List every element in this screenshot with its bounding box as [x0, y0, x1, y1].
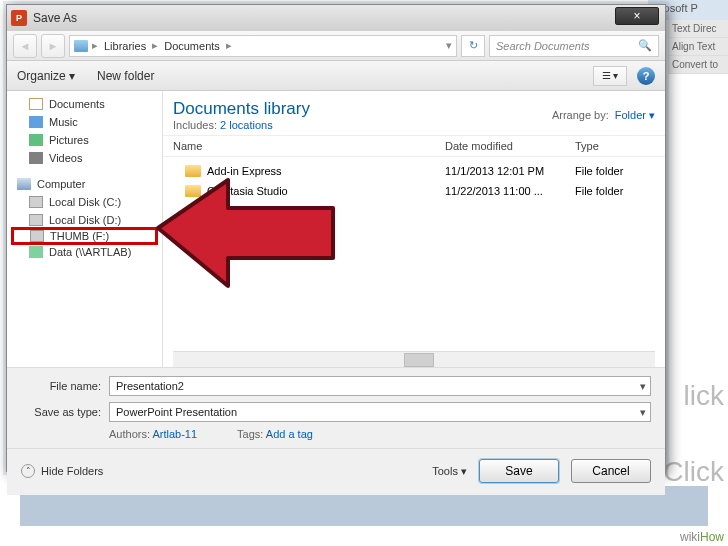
dialog-footer: ˄ Hide Folders Tools ▾ Save Cancel: [7, 448, 665, 495]
tree-item-network-data[interactable]: Data (\\ARTLAB): [7, 243, 162, 261]
breadcrumb-segment[interactable]: Documents: [162, 40, 222, 52]
tree-label: Documents: [49, 98, 105, 110]
library-title: Documents library: [173, 99, 552, 119]
file-type: File folder: [575, 185, 655, 197]
file-name-label: File name:: [21, 380, 101, 392]
tree-label: Pictures: [49, 134, 89, 146]
view-options-button[interactable]: ☰ ▾: [593, 66, 627, 86]
bg-side-item: Text Direc: [668, 20, 728, 38]
dialog-title: Save As: [33, 11, 77, 25]
videos-icon: [29, 152, 43, 164]
new-folder-button[interactable]: New folder: [97, 69, 154, 83]
library-subtitle: Includes: 2 locations: [173, 119, 552, 131]
col-name[interactable]: Name: [173, 140, 445, 152]
tree-label: Videos: [49, 152, 82, 164]
chevron-right-icon: ▸: [152, 39, 158, 52]
arrange-by: Arrange by: Folder ▾: [552, 99, 655, 131]
search-placeholder: Search Documents: [496, 40, 590, 52]
back-button[interactable]: ◄: [13, 34, 37, 58]
tree-label: Data (\\ARTLAB): [49, 246, 131, 258]
column-headers: Name Date modified Type: [163, 135, 665, 157]
save-fields: File name: Presentation2▾ Save as type: …: [7, 367, 665, 448]
file-row[interactable]: Camtasia Studio 11/22/2013 11:00 ... Fil…: [163, 181, 665, 201]
chevron-right-icon: ▸: [226, 39, 232, 52]
file-row[interactable]: Add-in Express 11/1/2013 12:01 PM File f…: [163, 161, 665, 181]
col-type[interactable]: Type: [575, 140, 655, 152]
tree-label: Local Disk (D:): [49, 214, 121, 226]
scrollbar-thumb[interactable]: [404, 353, 434, 367]
bg-side-item: Align Text: [668, 38, 728, 56]
search-icon: 🔍: [638, 39, 652, 52]
pictures-icon: [29, 134, 43, 146]
drive-icon: [29, 196, 43, 208]
tree-label: THUMB (F:): [50, 230, 109, 242]
organize-menu[interactable]: Organize ▾: [17, 69, 75, 83]
tree-item-pictures[interactable]: Pictures: [7, 131, 162, 149]
arrange-label: Arrange by:: [552, 109, 609, 121]
authors-label: Authors:: [109, 428, 150, 440]
tags-value[interactable]: Add a tag: [266, 428, 313, 440]
horizontal-scrollbar[interactable]: [173, 351, 655, 367]
folder-icon: [185, 165, 201, 177]
forward-button[interactable]: ►: [41, 34, 65, 58]
chevron-down-icon[interactable]: ▾: [640, 406, 646, 419]
bg-side-item: Convert to: [668, 56, 728, 74]
library-icon: [74, 40, 88, 52]
file-date: 11/1/2013 12:01 PM: [445, 165, 575, 177]
file-name: Add-in Express: [207, 165, 282, 177]
help-icon: ?: [643, 70, 650, 82]
close-icon: ×: [633, 9, 640, 23]
tree-label: Local Disk (C:): [49, 196, 121, 208]
chevron-down-icon[interactable]: ▾: [640, 380, 646, 393]
col-date[interactable]: Date modified: [445, 140, 575, 152]
bg-side-panel: Text Direc Align Text Convert to: [668, 20, 728, 74]
tree-item-videos[interactable]: Videos: [7, 149, 162, 167]
save-as-type-dropdown[interactable]: PowerPoint Presentation▾: [109, 402, 651, 422]
arrange-by-dropdown[interactable]: Folder ▾: [615, 109, 655, 122]
hide-folders-button[interactable]: ˄ Hide Folders: [21, 464, 103, 478]
help-button[interactable]: ?: [637, 67, 655, 85]
titlebar: P Save As ×: [7, 5, 665, 31]
chevron-down-icon[interactable]: ▾: [446, 39, 452, 52]
tree-item-documents[interactable]: Documents: [7, 95, 162, 113]
tree-item-drive-c[interactable]: Local Disk (C:): [7, 193, 162, 211]
tools-menu[interactable]: Tools ▾: [432, 465, 467, 478]
search-input[interactable]: Search Documents 🔍: [489, 35, 659, 57]
refresh-button[interactable]: ↻: [461, 35, 485, 57]
save-as-dialog: P Save As × ◄ ► ▸ Libraries ▸ Documents …: [6, 4, 666, 472]
file-name-input[interactable]: Presentation2▾: [109, 376, 651, 396]
computer-icon: [17, 178, 31, 190]
file-list-pane: Documents library Includes: 2 locations …: [163, 91, 665, 367]
bg-placeholder-text: Click: [663, 456, 724, 488]
chevron-up-icon: ˄: [21, 464, 35, 478]
navigation-bar: ◄ ► ▸ Libraries ▸ Documents ▸ ▾ ↻ Search…: [7, 31, 665, 61]
save-as-type-label: Save as type:: [21, 406, 101, 418]
toolbar: Organize ▾ New folder ☰ ▾ ?: [7, 61, 665, 91]
drive-icon: [29, 214, 43, 226]
chevron-right-icon: ▸: [92, 39, 98, 52]
save-button[interactable]: Save: [479, 459, 559, 483]
file-name: Camtasia Studio: [207, 185, 288, 197]
navigation-tree: Documents Music Pictures Videos Computer…: [7, 91, 163, 367]
document-icon: [29, 98, 43, 110]
tree-label: Computer: [37, 178, 85, 190]
drive-icon: [30, 230, 44, 242]
locations-link[interactable]: 2 locations: [220, 119, 273, 131]
file-date: 11/22/2013 11:00 ...: [445, 185, 575, 197]
breadcrumb[interactable]: ▸ Libraries ▸ Documents ▸ ▾: [69, 35, 457, 57]
authors-value[interactable]: Artlab-11: [152, 428, 197, 440]
tree-item-computer[interactable]: Computer: [7, 175, 162, 193]
file-list: Add-in Express 11/1/2013 12:01 PM File f…: [163, 157, 665, 205]
network-drive-icon: [29, 246, 43, 258]
bg-placeholder-text: lick: [684, 380, 724, 412]
powerpoint-icon: P: [11, 10, 27, 26]
close-button[interactable]: ×: [615, 7, 659, 25]
file-type: File folder: [575, 165, 655, 177]
breadcrumb-segment[interactable]: Libraries: [102, 40, 148, 52]
tree-item-music[interactable]: Music: [7, 113, 162, 131]
tree-label: Music: [49, 116, 78, 128]
tags-label: Tags:: [237, 428, 263, 440]
wikihow-watermark: wikiHow: [680, 530, 724, 544]
cancel-button[interactable]: Cancel: [571, 459, 651, 483]
music-icon: [29, 116, 43, 128]
